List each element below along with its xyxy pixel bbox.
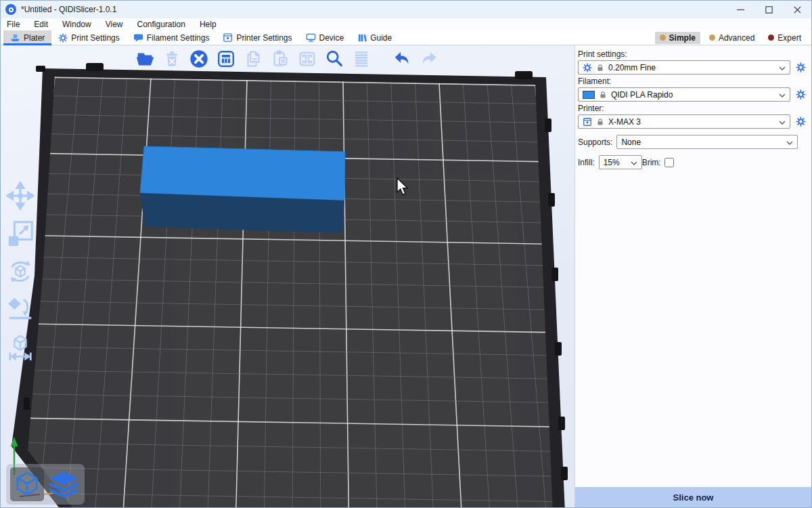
paste-icon	[270, 49, 290, 71]
lock-icon	[599, 91, 607, 99]
redo-icon	[419, 49, 439, 71]
rotate-gizmo-button[interactable]	[5, 257, 36, 288]
app-window: *Untitled - QIDISlicer-1.0.1 File Edit W…	[0, 0, 812, 508]
chevron-down-icon	[779, 117, 786, 127]
split-button[interactable]	[296, 48, 319, 71]
expert-mode-dot-icon	[768, 35, 774, 41]
open-folder-icon	[135, 49, 155, 71]
arrange-icon	[216, 49, 236, 71]
cube-3d-view-icon	[12, 469, 42, 501]
filament-select[interactable]: QIDI PLA Rapido	[578, 87, 790, 102]
rotate-icon	[6, 257, 35, 288]
device-monitor-icon	[306, 33, 316, 43]
supports-select[interactable]: None	[616, 135, 798, 149]
mode-simple[interactable]: Simple	[655, 32, 700, 44]
mode-label: Advanced	[719, 33, 754, 43]
menu-edit[interactable]: Edit	[34, 20, 48, 29]
tab-label: Printer Settings	[236, 33, 292, 43]
menu-configuration[interactable]: Configuration	[137, 20, 185, 29]
delete-button[interactable]	[160, 48, 183, 71]
menu-window[interactable]: Window	[62, 20, 91, 29]
menu-bar: File Edit Window View Configuration Help	[1, 18, 811, 30]
delete-all-button[interactable]	[187, 48, 210, 71]
infill-select[interactable]: 15%	[599, 155, 642, 169]
view-toggle-panel	[6, 464, 85, 505]
app-logo-icon	[5, 4, 16, 15]
scale-gizmo-button[interactable]	[5, 219, 36, 250]
chevron-down-icon	[779, 63, 786, 72]
gear-icon	[58, 33, 68, 43]
tab-bar: Plater Print Settings Filament Settings …	[1, 30, 811, 45]
lock-icon	[596, 118, 604, 126]
close-button[interactable]	[783, 1, 811, 18]
print-settings-select[interactable]: 0.20mm Fine	[578, 60, 790, 75]
place-on-face-gizmo-button[interactable]	[5, 295, 36, 326]
delete-all-icon	[189, 49, 209, 71]
edit-printer-button[interactable]	[794, 115, 807, 129]
advanced-mode-dot-icon	[709, 35, 715, 41]
3d-viewport[interactable]	[1, 45, 575, 507]
open-button[interactable]	[133, 48, 156, 71]
infill-label: Infill:	[578, 158, 595, 167]
printer-icon	[583, 117, 592, 127]
preview-view-button[interactable]	[47, 467, 81, 501]
lock-icon	[596, 64, 604, 72]
guide-books-icon	[357, 33, 367, 43]
tab-print-settings[interactable]: Print Settings	[51, 30, 126, 45]
brim-checkbox[interactable]	[664, 158, 674, 167]
minimize-button[interactable]	[726, 1, 754, 18]
tab-filament-settings[interactable]: Filament Settings	[127, 30, 217, 45]
filament-value: QIDI PLA Rapido	[611, 90, 673, 100]
tab-plater[interactable]: Plater	[3, 30, 51, 45]
copy-icon	[243, 49, 263, 71]
scale-icon	[6, 219, 35, 250]
mode-advanced[interactable]: Advanced	[704, 32, 759, 44]
plater-icon	[10, 33, 20, 43]
copy-button[interactable]	[242, 48, 265, 71]
arrange-button[interactable]	[215, 48, 238, 71]
model-box[interactable]	[140, 146, 345, 233]
paste-button[interactable]	[269, 48, 292, 71]
sliced-layers-icon	[47, 469, 81, 501]
layers-icon	[351, 49, 371, 71]
brim-label: Brim:	[642, 158, 661, 167]
layer-height-button[interactable]	[350, 48, 373, 71]
tab-device[interactable]: Device	[299, 30, 351, 45]
tab-label: Print Settings	[71, 33, 119, 43]
slice-now-button[interactable]: Slice now	[575, 487, 811, 507]
supports-value: None	[621, 137, 641, 147]
filament-bubble-icon	[133, 33, 143, 43]
split-icon	[297, 49, 317, 71]
measure-icon	[6, 333, 35, 364]
menu-view[interactable]: View	[106, 20, 123, 29]
plater-toolbar	[133, 48, 441, 71]
filament-label: Filament:	[578, 77, 807, 86]
move-gizmo-button[interactable]	[5, 181, 36, 212]
place-on-face-icon	[6, 295, 35, 326]
gizmo-toolbar	[5, 181, 36, 364]
tab-label: Device	[319, 33, 344, 43]
tab-printer-settings[interactable]: Printer Settings	[216, 30, 298, 45]
tab-guide[interactable]: Guide	[351, 30, 399, 45]
edit-filament-button[interactable]	[794, 88, 807, 102]
measure-gizmo-button[interactable]	[5, 333, 36, 364]
edit-print-settings-button[interactable]	[794, 61, 807, 75]
menu-help[interactable]: Help	[200, 20, 217, 29]
tab-label: Plater	[24, 33, 45, 43]
search-button[interactable]	[323, 48, 346, 71]
tab-label: Guide	[370, 33, 392, 43]
printer-select[interactable]: X-MAX 3	[578, 114, 790, 129]
redo-button[interactable]	[418, 48, 441, 71]
print-settings-value: 0.20mm Fine	[608, 63, 656, 72]
filament-color-swatch	[583, 91, 595, 99]
settings-sidebar: Print settings: 0.20mm Fine Filament:	[575, 45, 811, 507]
3d-editor-view-button[interactable]	[10, 467, 44, 501]
print-settings-label: Print settings:	[578, 49, 807, 59]
supports-label: Supports:	[578, 137, 612, 147]
menu-file[interactable]: File	[7, 20, 20, 29]
mode-expert[interactable]: Expert	[763, 32, 806, 44]
gear-icon	[583, 63, 592, 72]
undo-button[interactable]	[390, 48, 413, 71]
maximize-button[interactable]	[754, 1, 783, 18]
title-bar: *Untitled - QIDISlicer-1.0.1	[1, 1, 811, 18]
